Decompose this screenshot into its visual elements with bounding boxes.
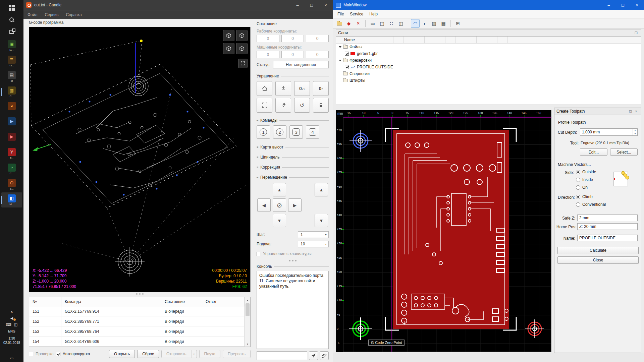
- user-command-2-button[interactable]: 2: [273, 125, 286, 139]
- layers-dock-header[interactable]: Слои ◱: [336, 29, 641, 36]
- step-combobox[interactable]: 1▼: [298, 231, 329, 238]
- expander-icon[interactable]: [339, 46, 341, 48]
- fit-view-button[interactable]: [238, 59, 248, 68]
- close-button[interactable]: ×: [630, 0, 644, 10]
- view-top-button[interactable]: [223, 30, 234, 41]
- layer-visible-checkbox[interactable]: [345, 52, 349, 56]
- tray-expand-icon[interactable]: ∧: [10, 310, 13, 314]
- open-file-button[interactable]: [335, 19, 344, 28]
- safe-position-button[interactable]: [257, 98, 272, 113]
- menu-help[interactable]: Help: [366, 12, 381, 16]
- taskbar-app-1[interactable]: ▣to...: [1, 38, 22, 53]
- open-button[interactable]: Открыть: [109, 350, 135, 358]
- nodes-tool-button[interactable]: ⊞: [453, 19, 462, 28]
- close-toolpath-button[interactable]: Close: [557, 256, 639, 264]
- taskbar-app-mainwindow[interactable]: ◧M...: [1, 192, 22, 207]
- task-view-button[interactable]: [2, 26, 21, 38]
- col-state[interactable]: Состояние: [161, 297, 202, 306]
- col-response[interactable]: Ответ: [202, 297, 245, 306]
- pause-button[interactable]: Пауза: [199, 350, 220, 358]
- search-button[interactable]: [2, 14, 21, 25]
- user-command-3-button[interactable]: 3: [289, 125, 303, 139]
- abort-button[interactable]: Прервать: [223, 350, 251, 358]
- reset-button[interactable]: Сброс: [137, 350, 159, 358]
- check-verify[interactable]: [29, 352, 33, 356]
- jog-right-button[interactable]: ▶: [288, 198, 302, 212]
- mainwindow-titlebar[interactable]: MainWindow – □ ×: [333, 0, 644, 10]
- taskbar-app-6[interactable]: ▶: [1, 115, 22, 130]
- select-rect-button[interactable]: ▭: [368, 19, 377, 28]
- scroll-down-icon[interactable]: ▼: [245, 341, 250, 347]
- table-scrollbar[interactable]: ▲ ▼: [245, 297, 250, 347]
- menu-help[interactable]: Справка: [66, 12, 82, 17]
- heightmap-section-header[interactable]: ≡Карта высот: [257, 145, 329, 149]
- view-front-button[interactable]: [236, 30, 248, 41]
- user-command-4-button[interactable]: 4: [306, 125, 319, 139]
- gcode-3d-viewer[interactable]: X: -5.422 ... 66.429 Y: -5.142 ... 71.70…: [29, 27, 251, 292]
- minimize-button[interactable]: –: [290, 0, 305, 10]
- close-button[interactable]: ×: [319, 0, 333, 10]
- correction-section-header[interactable]: ≡Коррекция: [257, 165, 329, 170]
- select-tool-button[interactable]: Select...: [610, 148, 638, 156]
- feed-combobox[interactable]: 10▼: [298, 241, 329, 247]
- cut-depth-spinbox[interactable]: 1,000 mm ▲▼: [580, 128, 638, 136]
- taskbar-app-5[interactable]: ◕: [1, 100, 22, 115]
- col-number[interactable]: №: [29, 297, 61, 306]
- tree-item-gerber1[interactable]: gerber1.gbr: [336, 50, 641, 57]
- check-autoscroll[interactable]: [56, 352, 60, 356]
- jog-z-down-button[interactable]: ▼: [315, 214, 328, 227]
- view-iso-button[interactable]: [236, 43, 248, 54]
- tree-item-profile-outside[interactable]: PROFILE OUTSIDE: [336, 64, 641, 70]
- float-panel-icon[interactable]: ◱: [628, 109, 633, 114]
- col-command[interactable]: Команда: [61, 297, 161, 306]
- taskbar-app-candle[interactable]: ▥C...: [1, 84, 22, 100]
- candle-titlebar[interactable]: out.txt - Candle – □ ×: [23, 0, 333, 10]
- close-panel-icon[interactable]: ×: [633, 109, 639, 114]
- name-field[interactable]: PROFILE OUTSIDE: [577, 235, 638, 241]
- taskbar-app-9[interactable]: ◔С...: [1, 162, 22, 177]
- direction-conventional-radio[interactable]: Conventional: [576, 202, 606, 207]
- view-left-button[interactable]: [223, 43, 234, 54]
- table-row[interactable]: 154G1X-2.614Y69.606В очереди: [29, 337, 250, 347]
- table-row[interactable]: 153G1X-2.395Y69.764В очереди: [29, 326, 250, 337]
- run-from-line-button[interactable]: [275, 98, 291, 113]
- table-row[interactable]: 151G1X-2.157Y69.914В очереди: [29, 306, 250, 316]
- keyboard-tray-icon[interactable]: ⌨: [6, 323, 11, 326]
- send-command-button[interactable]: [309, 351, 318, 360]
- taskbar-app-8[interactable]: YГ...: [1, 146, 22, 161]
- clock[interactable]: 1:3002.01.2018: [3, 336, 20, 345]
- grid-tool-button[interactable]: ▦: [439, 19, 448, 28]
- menu-file[interactable]: File: [334, 12, 347, 16]
- side-outside-radio[interactable]: Outside: [576, 170, 596, 174]
- import-gerber-button[interactable]: ◆: [344, 19, 353, 28]
- side-inside-radio[interactable]: Inside: [576, 177, 593, 182]
- snap-points-button[interactable]: ∷: [387, 19, 396, 28]
- spin-down-icon[interactable]: ▼: [633, 132, 637, 135]
- taskbar-app-10[interactable]: Oo...: [1, 177, 22, 192]
- jog-left-button[interactable]: ◀: [257, 198, 271, 212]
- jog-up-button[interactable]: ▲: [273, 183, 286, 196]
- maximize-button[interactable]: □: [305, 0, 319, 10]
- restore-origin-button[interactable]: ↺: [294, 98, 310, 113]
- tree-header[interactable]: Name: [336, 37, 641, 44]
- panel-splitter[interactable]: [257, 260, 329, 261]
- zero-z-button[interactable]: 0Z: [313, 81, 329, 96]
- taskbar-app-7[interactable]: ▶: [1, 131, 22, 146]
- zero-xy-button[interactable]: 0XY: [294, 81, 310, 96]
- jog-z-up-button[interactable]: ▲: [315, 183, 328, 196]
- console-output[interactable]: Ошибка последовательного порта 11: Систе…: [257, 271, 329, 349]
- z-probe-button[interactable]: [275, 81, 291, 96]
- table-row[interactable]: 152G1X-2.385Y69.771В очереди: [29, 316, 250, 326]
- edit-tool-button[interactable]: Edit...: [580, 148, 607, 156]
- menu-file[interactable]: Файл: [28, 12, 38, 17]
- splitter-handle[interactable]: [29, 293, 251, 295]
- jog-stop-button[interactable]: ⊘: [273, 198, 286, 212]
- menu-service[interactable]: Service: [347, 12, 366, 16]
- arc-tool-button[interactable]: ◠: [411, 19, 420, 28]
- pcb-canvas[interactable]: mm -15 -10 -5 0 +5 +10 +15 +20 +25 +30 +…: [336, 110, 551, 352]
- user-command-1-button[interactable]: 1: [257, 125, 270, 139]
- speaker-icon[interactable]: ◀: [10, 316, 13, 320]
- language-indicator[interactable]: ENG: [8, 329, 15, 334]
- maximize-button[interactable]: □: [616, 0, 630, 10]
- tree-item-pins[interactable]: Штифты: [336, 77, 641, 84]
